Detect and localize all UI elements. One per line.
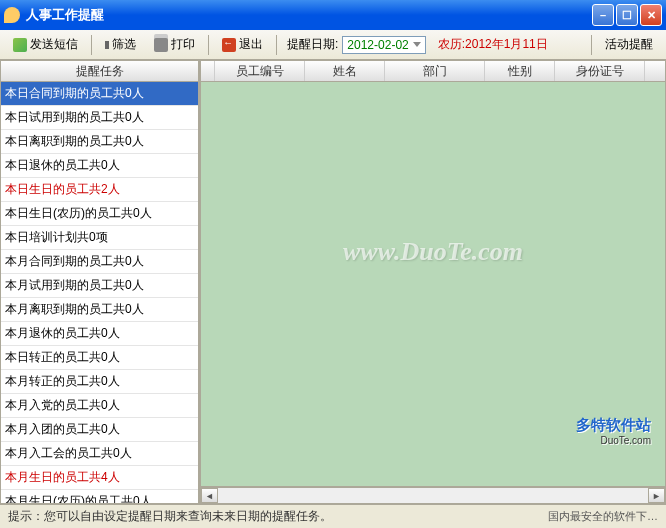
grid-column-header[interactable] [201, 61, 215, 81]
title-bar: 人事工作提醒 – ☐ ✕ [0, 0, 666, 30]
grid-column-header[interactable]: 员工编号 [215, 61, 305, 81]
grid-column-header[interactable]: 部门 [385, 61, 485, 81]
filter-icon [105, 41, 109, 49]
separator [591, 35, 592, 55]
schedule-label: 活动提醒 [605, 36, 653, 53]
task-row[interactable]: 本日生日(农历)的员工共0人 [1, 202, 198, 226]
task-row[interactable]: 本月生日(农历)的员工共0人 [1, 490, 198, 504]
task-row[interactable]: 本月入团的员工共0人 [1, 418, 198, 442]
horizontal-scrollbar[interactable]: ◄ ► [200, 487, 666, 504]
left-pane: 提醒任务 本日合同到期的员工共0人本日试用到期的员工共0人本日离职到期的员工共0… [0, 60, 200, 504]
send-sms-label: 发送短信 [30, 36, 78, 53]
grid-column-header[interactable]: 性别 [485, 61, 555, 81]
status-bar: 提示： 您可以自由设定提醒日期来查询未来日期的提醒任务。 国内最安全的软件下… [0, 504, 666, 528]
scroll-right-button[interactable]: ► [648, 488, 665, 503]
task-row[interactable]: 本月合同到期的员工共0人 [1, 250, 198, 274]
task-row[interactable]: 本日试用到期的员工共0人 [1, 106, 198, 130]
toolbar: 发送短信 筛选 打印 退出 提醒日期: 2012-02-02 农历:2012年1… [0, 30, 666, 60]
filter-label: 筛选 [112, 36, 136, 53]
task-row[interactable]: 本月试用到期的员工共0人 [1, 274, 198, 298]
hint-label: 提示： [8, 508, 44, 525]
grid-header: 员工编号姓名部门性别身份证号 [200, 60, 666, 82]
watermark-text: www.DuoTe.com [343, 237, 523, 267]
sms-icon [13, 38, 27, 52]
exit-icon [222, 38, 236, 52]
exit-button[interactable]: 退出 [215, 32, 270, 57]
window-buttons: – ☐ ✕ [592, 4, 662, 26]
task-row[interactable]: 本日转正的员工共0人 [1, 346, 198, 370]
separator [208, 35, 209, 55]
print-icon [154, 38, 168, 52]
grid-column-header[interactable]: 身份证号 [555, 61, 645, 81]
task-row[interactable]: 本日退休的员工共0人 [1, 154, 198, 178]
close-button[interactable]: ✕ [640, 4, 662, 26]
filter-button[interactable]: 筛选 [98, 32, 143, 57]
date-value: 2012-02-02 [347, 38, 408, 52]
app-icon [4, 7, 20, 23]
print-label: 打印 [171, 36, 195, 53]
task-row[interactable]: 本日合同到期的员工共0人 [1, 82, 198, 106]
scroll-left-button[interactable]: ◄ [201, 488, 218, 503]
right-pane: 员工编号姓名部门性别身份证号 www.DuoTe.com 多特软件站 DuoTe… [200, 60, 666, 504]
task-row[interactable]: 本月入党的员工共0人 [1, 394, 198, 418]
date-label: 提醒日期: [287, 36, 338, 53]
schedule-reminder-button[interactable]: 活动提醒 [598, 32, 660, 57]
maximize-button[interactable]: ☐ [616, 4, 638, 26]
scroll-track[interactable] [218, 488, 648, 503]
date-picker[interactable]: 2012-02-02 [342, 36, 425, 54]
content-area: 提醒任务 本日合同到期的员工共0人本日试用到期的员工共0人本日离职到期的员工共0… [0, 60, 666, 504]
send-sms-button[interactable]: 发送短信 [6, 32, 85, 57]
dropdown-icon [413, 42, 421, 47]
task-row[interactable]: 本日培训计划共0项 [1, 226, 198, 250]
hint-text: 您可以自由设定提醒日期来查询未来日期的提醒任务。 [44, 508, 332, 525]
exit-label: 退出 [239, 36, 263, 53]
task-row[interactable]: 本月离职到期的员工共0人 [1, 298, 198, 322]
print-button[interactable]: 打印 [147, 32, 202, 57]
minimize-button[interactable]: – [592, 4, 614, 26]
duote-slogan: 国内最安全的软件下… [548, 509, 658, 524]
task-row[interactable]: 本月生日的员工共4人 [1, 466, 198, 490]
task-row[interactable]: 本日离职到期的员工共0人 [1, 130, 198, 154]
duote-brand: 多特软件站 [576, 416, 651, 435]
grid-column-header[interactable]: 姓名 [305, 61, 385, 81]
duote-domain: DuoTe.com [576, 435, 651, 446]
duote-logo: 多特软件站 DuoTe.com [576, 416, 651, 446]
task-row[interactable]: 本月退休的员工共0人 [1, 322, 198, 346]
task-list[interactable]: 本日合同到期的员工共0人本日试用到期的员工共0人本日离职到期的员工共0人本日退休… [0, 82, 199, 504]
task-list-header: 提醒任务 [0, 60, 199, 82]
lunar-date-label: 农历:2012年1月11日 [438, 36, 548, 53]
separator [276, 35, 277, 55]
separator [91, 35, 92, 55]
task-row[interactable]: 本日生日的员工共2人 [1, 178, 198, 202]
task-row[interactable]: 本月入工会的员工共0人 [1, 442, 198, 466]
task-row[interactable]: 本月转正的员工共0人 [1, 370, 198, 394]
grid-body[interactable]: www.DuoTe.com 多特软件站 DuoTe.com [200, 82, 666, 487]
window-title: 人事工作提醒 [26, 6, 592, 24]
